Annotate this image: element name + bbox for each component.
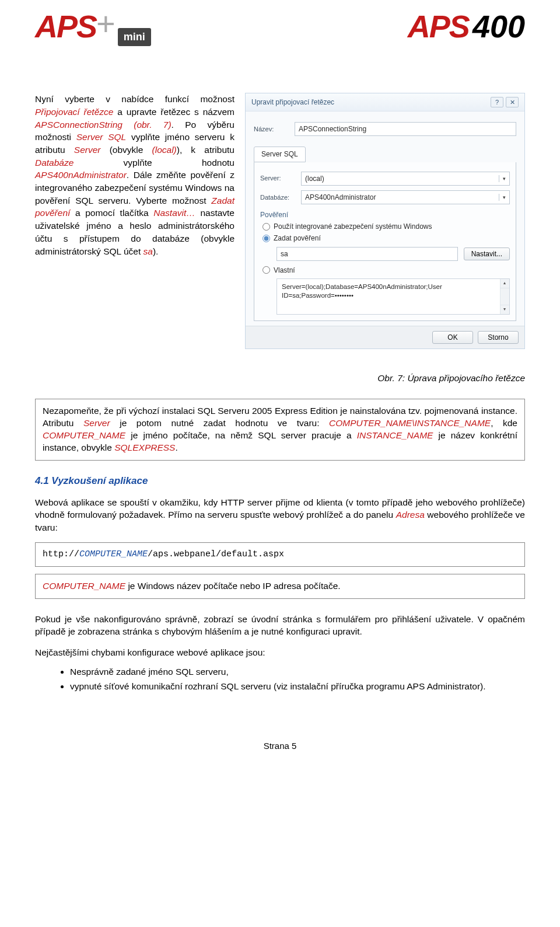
close-button[interactable]: ✕ — [506, 97, 519, 107]
connection-string-dialog: Upravit připojovací řetězec ? ✕ Název: A… — [245, 93, 525, 349]
name-input[interactable]: APSConnectionString — [295, 122, 516, 136]
logo-mini-badge: mini — [118, 28, 151, 46]
list-item: Nesprávně zadané jméno SQL serveru, — [70, 665, 525, 679]
radio-windows-auth-label: Použít integrované zabezpečení systému W… — [274, 222, 432, 231]
connection-string-textarea[interactable]: Server=(local);Database=APS400nAdministr… — [276, 278, 510, 315]
ok-button[interactable]: OK — [432, 331, 473, 344]
error-list: Nesprávně zadané jméno SQL serveru, vypn… — [70, 665, 525, 694]
chevron-down-icon: ▾ — [499, 175, 506, 182]
url-computer-name: COMPUTER_NAME — [79, 549, 148, 559]
server-label: Server: — [260, 174, 296, 183]
success-failure-paragraph: Pokud je vše nakonfigurováno správně, zo… — [35, 613, 525, 638]
section-4-1-heading: 4.1 Vyzkoušení aplikace — [35, 475, 525, 488]
radio-set-credentials[interactable] — [262, 235, 270, 242]
plus-icon: + — [96, 14, 116, 34]
url-prefix: http:// — [43, 549, 79, 559]
instance-note-box: Nezapomeňte, že při výchozí instalaci SQ… — [35, 399, 525, 461]
tab-server-sql[interactable]: Server SQL — [254, 147, 306, 162]
database-value: APS400nAdministrator — [305, 193, 376, 202]
server-combo[interactable]: (local) ▾ — [301, 172, 510, 186]
database-label: Databáze: — [260, 193, 296, 202]
conn-line-2: ID=sa;Password=•••••••• — [282, 292, 354, 299]
logo-400-text: 400 — [473, 14, 525, 39]
common-errors-intro: Nejčastějšími chybami konfigurace webové… — [35, 646, 525, 659]
scroll-down-icon[interactable]: ▾ — [500, 305, 509, 314]
page-header: APS + mini APS 400 — [35, 0, 525, 93]
list-item: vypnuté síťové komunikační rozhraní SQL … — [70, 679, 525, 694]
conn-line-1: Server=(local);Database=APS400nAdministr… — [282, 283, 442, 290]
cancel-button[interactable]: Storno — [478, 331, 519, 344]
name-label: Název: — [254, 125, 290, 134]
logo-aps-text-r: APS — [408, 14, 469, 39]
dialog-titlebar: Upravit připojovací řetězec ? ✕ — [246, 93, 524, 111]
page-number: Strana 5 — [35, 740, 525, 752]
radio-set-credentials-label: Zadat pověření — [274, 234, 321, 243]
logo-aps-400: APS 400 — [408, 14, 525, 39]
scrollbar[interactable]: ▴ ▾ — [500, 279, 509, 314]
dialog-title-text: Upravit připojovací řetězec — [251, 97, 334, 107]
radio-windows-auth[interactable] — [262, 223, 270, 231]
intro-paragraph: Nyní vyberte v nabídce funkcí možnost Př… — [35, 93, 235, 257]
url-code-box: http://COMPUTER_NAME/aps.webpanel/defaul… — [35, 542, 525, 567]
app-test-paragraph: Webová aplikace se spouští v okamžiku, k… — [35, 496, 525, 534]
username-input[interactable]: sa — [276, 247, 458, 261]
logo-aps-text: APS — [35, 14, 96, 39]
computer-name-note: COMPUTER_NAME je Windows název počítače … — [35, 574, 525, 599]
figure-caption: Obr. 7: Úprava připojovacího řetězce — [35, 372, 525, 385]
radio-custom-label: Vlastní — [274, 266, 295, 275]
set-credentials-button[interactable]: Nastavit... — [464, 248, 510, 260]
database-combo[interactable]: APS400nAdministrator ▾ — [301, 190, 510, 204]
url-suffix: /aps.webpanel/default.aspx — [148, 549, 284, 559]
logo-aps-mini: APS + mini — [35, 14, 151, 46]
radio-custom[interactable] — [262, 266, 270, 274]
help-button[interactable]: ? — [491, 97, 503, 107]
chevron-down-icon: ▾ — [499, 194, 506, 201]
credentials-section-title: Pověření — [260, 210, 510, 219]
server-value: (local) — [305, 174, 324, 183]
scroll-up-icon[interactable]: ▴ — [500, 279, 509, 288]
